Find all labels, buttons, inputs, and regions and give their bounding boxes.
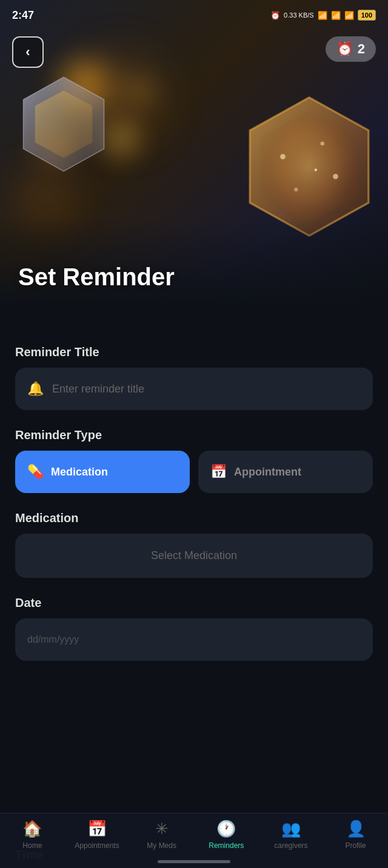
reminder-title-input[interactable]: 🔔 Enter reminder title [15, 368, 373, 410]
form-content: Reminder Title 🔔 Enter reminder title Re… [0, 327, 388, 758]
wifi-icon: 📶 [318, 11, 327, 20]
medication-select[interactable]: Select Medication [15, 534, 373, 578]
status-bar: 2:47 ⏰ 0.33 KB/S 📶 📶 📶 100 [0, 0, 388, 30]
reminder-title-label: Reminder Title [15, 345, 373, 359]
home-icon: 🏠 [22, 820, 42, 838]
alarm-icon: ⏰ [270, 11, 280, 20]
appointment-btn-label: Appointment [234, 466, 301, 479]
speed-label: 0.33 KB/S [284, 12, 314, 19]
chevron-left-icon: ‹ [25, 44, 30, 60]
nav-label-mymeds: My Meds [147, 841, 176, 850]
nav-label-profile: Profile [346, 841, 366, 850]
medication-section-label: Medication [15, 511, 373, 525]
svg-point-5 [320, 142, 324, 146]
page-title: Set Reminder [18, 263, 175, 291]
medication-btn-label: Medication [51, 466, 108, 479]
nav-label-appointments: Appointments [75, 841, 119, 850]
reminder-type-label: Reminder Type [15, 428, 373, 442]
svg-point-7 [294, 188, 298, 192]
type-button-group: 💊 Medication 📅 Appointment [15, 451, 373, 493]
svg-point-6 [333, 174, 338, 179]
alarm-badge[interactable]: ⏰ 2 [326, 36, 376, 62]
back-button[interactable]: ‹ [12, 36, 44, 68]
status-time: 2:47 [12, 9, 34, 22]
nav-item-reminders[interactable]: 🕐 Reminders [202, 820, 250, 850]
appointment-type-button[interactable]: 📅 Appointment [198, 451, 373, 493]
nav-label-reminders: Reminders [209, 841, 244, 850]
nav-label-caregivers: caregivers [274, 841, 307, 850]
nav-item-home[interactable]: 🏠 Home [8, 820, 56, 850]
mymeds-icon: ✳ [155, 820, 169, 838]
nav-item-appointments[interactable]: 📅 Appointments [73, 820, 121, 850]
hex-left [18, 73, 109, 176]
appointments-icon: 📅 [87, 820, 107, 838]
date-placeholder: dd/mm/yyyy [27, 634, 79, 645]
pill-icon: 💊 [27, 464, 44, 480]
home-indicator [158, 860, 230, 863]
reminder-title-placeholder: Enter reminder title [52, 383, 144, 396]
select-medication-placeholder: Select Medication [151, 549, 237, 562]
caregivers-icon: 👥 [281, 820, 301, 838]
status-icons: ⏰ 0.33 KB/S 📶 📶 📶 100 [270, 10, 376, 21]
bell-icon: 🔔 [27, 381, 44, 397]
signal-icon-2: 📶 [344, 11, 354, 20]
medication-type-button[interactable]: 💊 Medication [15, 451, 190, 493]
nav-item-profile[interactable]: 👤 Profile [332, 820, 380, 850]
alarm-badge-icon: ⏰ [336, 41, 353, 57]
calendar-clock-icon: 📅 [210, 464, 227, 480]
battery-indicator: 100 [358, 10, 376, 21]
svg-point-4 [280, 154, 286, 159]
date-input[interactable]: dd/mm/yyyy [15, 618, 373, 661]
svg-point-8 [315, 168, 317, 171]
profile-icon: 👤 [346, 820, 366, 838]
nav-label-home: Home [22, 841, 42, 850]
nav-item-mymeds[interactable]: ✳ My Meds [138, 820, 186, 850]
date-section-label: Date [15, 596, 373, 610]
signal-icon-1: 📶 [331, 11, 341, 20]
nav-item-caregivers[interactable]: 👥 caregivers [267, 820, 315, 850]
reminders-icon: 🕐 [216, 820, 236, 838]
alarm-count: 2 [358, 41, 365, 57]
